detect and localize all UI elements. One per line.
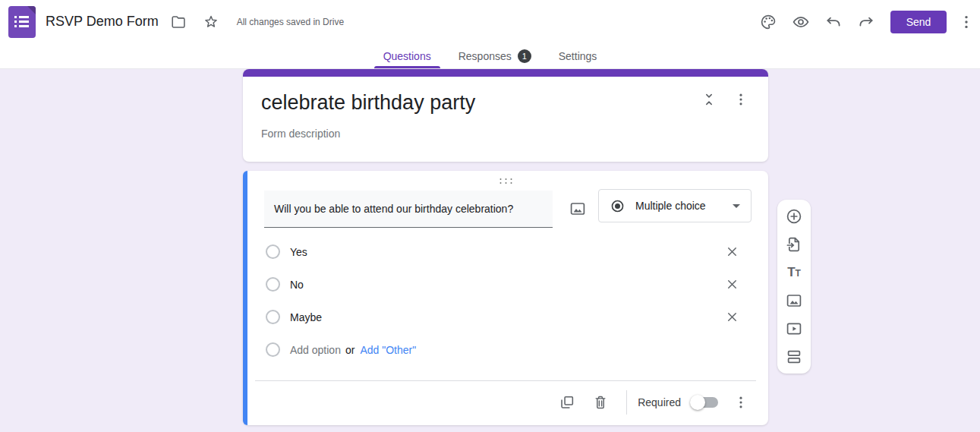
question-type-label: Multiple choice: [635, 200, 733, 212]
google-forms-logo-icon[interactable]: [8, 6, 36, 38]
document-title[interactable]: RSVP Demo Form: [46, 14, 159, 30]
add-option-button[interactable]: Add option: [290, 344, 341, 356]
more-vert-icon: [733, 394, 749, 411]
close-icon: [725, 244, 739, 259]
folder-icon: [170, 14, 187, 30]
required-toggle[interactable]: [690, 395, 718, 410]
image-icon: [569, 200, 587, 218]
add-option-row: Add option or Add "Other": [243, 333, 768, 366]
remove-option-button[interactable]: [718, 271, 745, 298]
add-question-button[interactable]: [783, 205, 805, 228]
import-questions-icon: [785, 235, 803, 254]
form-header-more-button[interactable]: [727, 86, 755, 113]
close-icon: [725, 277, 739, 292]
option-label-input[interactable]: No: [290, 279, 304, 291]
add-circle-icon: [785, 207, 803, 225]
tab-responses-label: Responses: [458, 50, 512, 62]
add-image-button[interactable]: [783, 289, 805, 312]
dropdown-caret-icon: [733, 204, 740, 208]
collapse-header-button[interactable]: [695, 86, 723, 113]
video-icon: [785, 320, 803, 338]
star-button[interactable]: [197, 8, 225, 36]
preview-eye-icon: [792, 13, 810, 31]
send-button[interactable]: Send: [890, 11, 947, 33]
preview-button[interactable]: [787, 8, 815, 36]
form-header-card: celebrate birthday party Form descriptio…: [243, 69, 768, 162]
duplicate-question-button[interactable]: [553, 389, 581, 416]
add-question-image-button[interactable]: [565, 196, 591, 222]
image-icon: [785, 292, 803, 310]
move-to-folder-button[interactable]: [165, 8, 192, 36]
question-more-button[interactable]: [727, 389, 755, 416]
or-text: or: [345, 344, 355, 356]
options-list: Yes No Maybe: [243, 235, 768, 366]
question-drag-handle[interactable]: [498, 177, 514, 184]
remove-option-button[interactable]: [718, 304, 745, 331]
question-side-toolbar: TT: [777, 200, 811, 374]
delete-question-button[interactable]: [587, 389, 614, 416]
form-title-input[interactable]: celebrate birthday party: [261, 91, 768, 115]
tab-questions[interactable]: Questions: [374, 43, 440, 68]
required-label: Required: [638, 396, 681, 408]
option-radio-icon: [266, 310, 280, 324]
tab-settings-label: Settings: [559, 50, 597, 62]
undo-button[interactable]: [820, 8, 847, 36]
undo-icon: [824, 13, 843, 31]
tab-settings[interactable]: Settings: [550, 43, 607, 68]
option-radio-icon: [266, 342, 280, 357]
remove-option-button[interactable]: [718, 238, 745, 266]
question-footer-toolbar: Required: [553, 388, 755, 417]
responses-count-badge: 1: [518, 49, 531, 63]
add-other-link[interactable]: Add "Other": [360, 344, 416, 356]
question-type-dropdown[interactable]: Multiple choice: [598, 189, 752, 222]
more-vert-icon: [733, 91, 749, 108]
footer-divider: [626, 390, 627, 415]
trash-icon: [592, 394, 609, 411]
radio-checked-icon: [610, 198, 625, 214]
form-description-input[interactable]: Form description: [261, 128, 768, 140]
option-label-input[interactable]: Maybe: [290, 311, 322, 323]
close-icon: [725, 310, 739, 324]
question-footer-divider: [255, 380, 756, 381]
option-row: Maybe: [243, 301, 768, 333]
save-status-text: All changes saved in Drive: [237, 17, 344, 27]
theme-color-strip: [243, 69, 768, 77]
option-radio-icon: [266, 244, 280, 259]
section-icon: [785, 348, 803, 366]
question-title-input[interactable]: Will you be able to attend our birthday …: [264, 191, 553, 228]
top-app-bar: RSVP Demo Form All changes saved in Driv…: [0, 0, 980, 43]
option-radio-icon: [266, 277, 280, 292]
form-tabbar: Questions Responses 1 Settings: [0, 43, 980, 69]
option-row: Yes: [243, 235, 768, 268]
tab-questions-label: Questions: [383, 50, 431, 62]
add-title-tt-icon: TT: [787, 265, 801, 280]
more-options-button[interactable]: [956, 8, 977, 36]
topbar-actions: Send: [755, 8, 980, 36]
duplicate-icon: [559, 394, 575, 411]
option-row: No: [243, 268, 768, 301]
import-questions-button[interactable]: [783, 233, 805, 256]
redo-icon: [857, 13, 875, 31]
add-video-button[interactable]: [783, 317, 805, 340]
more-vert-icon: [957, 13, 975, 31]
star-icon: [203, 14, 219, 30]
customize-theme-button[interactable]: [755, 8, 782, 36]
logo-list-lines: [14, 16, 29, 30]
tab-responses[interactable]: Responses 1: [449, 43, 540, 68]
add-section-button[interactable]: [783, 345, 805, 368]
active-tab-underline: [374, 66, 440, 68]
palette-icon: [759, 13, 777, 31]
unfold-less-icon: [701, 92, 717, 107]
question-card: Will you be able to attend our birthday …: [243, 171, 768, 425]
logo-fold: [27, 6, 36, 14]
add-title-description-button[interactable]: TT: [783, 261, 805, 284]
toggle-knob: [690, 395, 705, 410]
option-label-input[interactable]: Yes: [290, 246, 307, 258]
redo-button[interactable]: [852, 8, 880, 36]
